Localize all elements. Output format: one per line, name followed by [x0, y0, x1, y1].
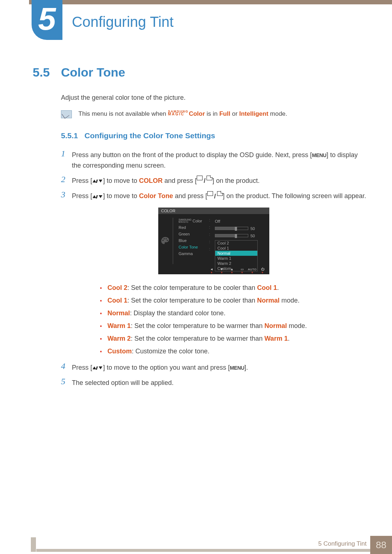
step-text: Press [] to move to Color Tone and press… — [72, 190, 366, 202]
step-text: Press [] to move to COLOR and press [/] … — [72, 175, 260, 186]
chapter-title: Configuring Tint — [72, 14, 173, 30]
osd-label-red: Red — [179, 224, 209, 231]
svg-rect-7 — [96, 366, 98, 370]
osd-value-red: 50 — [215, 225, 266, 232]
bullet-icon — [100, 287, 102, 289]
bullet-icon — [100, 325, 102, 327]
osd-title: COLOR — [158, 208, 269, 214]
list-item: Normal: Display the standard color tone. — [100, 307, 367, 320]
section-number: 5.5 — [33, 65, 61, 79]
source-button-icon: / — [207, 191, 223, 202]
osd-up-icon: ▲▼ — [229, 268, 235, 274]
osd-values: Off 50 50 Cool 2 Cool 1 Normal Warm 1 Wa… — [215, 214, 269, 268]
osd-label-blue: Blue — [179, 237, 209, 244]
step-text: Press any button on the front of the pro… — [72, 149, 367, 171]
dropdown-option: Cool 2 — [215, 241, 257, 246]
header-bar — [29, 0, 392, 4]
bullet-icon — [100, 300, 102, 301]
footer-bar — [36, 549, 392, 552]
step-3: 3 Press [] to move to Color Tone and pre… — [61, 190, 367, 202]
note-row: This menu is not available when SAMSUNGM… — [61, 110, 367, 118]
step-5: 5 The selected option will be applied. — [61, 377, 367, 388]
step-number: 2 — [61, 175, 72, 184]
menu-button-label: MENU — [312, 152, 326, 158]
option-ref: Normal — [257, 297, 279, 304]
list-item: Warm 2: Set the color temperature to be … — [100, 332, 367, 345]
samsung-magic-label: SAMSUNGMAGIC — [168, 110, 189, 116]
osd-down-icon: ▼▼ — [219, 268, 225, 274]
section-intro: Adjust the general color tone of the pic… — [61, 94, 367, 102]
footer-tick — [31, 537, 36, 552]
note-mid: is in — [205, 110, 220, 117]
step-text: Press [] to move to the option you want … — [72, 361, 248, 373]
bullet-icon — [100, 338, 102, 340]
option-name: Warm 2 — [107, 335, 131, 342]
chapter-tab: 5 — [32, 0, 62, 40]
osd-divider — [172, 214, 179, 268]
step-number: 4 — [61, 361, 72, 371]
svg-rect-4 — [96, 195, 98, 198]
svg-marker-2 — [99, 180, 102, 182]
section-heading: 5.5 Color Tone — [33, 65, 367, 79]
step-2: 2 Press [] to move to COLOR and press [/… — [61, 175, 367, 186]
osd-label-magic-color: SAMSUNGMAGIC Color — [179, 218, 209, 224]
subsection-number: 5.5.1 — [61, 131, 78, 140]
note-mode1: Full — [219, 110, 230, 117]
section-title: Color Tone — [61, 65, 125, 79]
source-button-icon: / — [197, 176, 212, 186]
step-keyword: COLOR — [139, 177, 163, 184]
osd-labels: SAMSUNGMAGIC Color Red Green Blue Color … — [179, 214, 209, 268]
subsection-title: Configuring the Color Tone Settings — [85, 131, 215, 140]
osd-label-color-tone: Color Tone — [179, 244, 209, 250]
step-4: 4 Press [] to move to the option you wan… — [61, 361, 367, 373]
note-suffix: mode. — [268, 110, 287, 117]
osd-colons: ::::: — [209, 214, 215, 268]
list-item: Custom: Customize the color tone. — [100, 345, 367, 358]
list-item: Cool 1: Set the color temperature to be … — [100, 294, 367, 307]
svg-marker-0 — [93, 180, 96, 182]
svg-rect-1 — [96, 180, 98, 183]
bullet-icon — [100, 313, 102, 314]
up-down-arrows-icon — [92, 179, 103, 183]
option-ref: Normal — [265, 322, 287, 329]
svg-marker-3 — [93, 195, 96, 198]
note-color-word: Color — [189, 110, 205, 117]
page-content: 5.5 Color Tone Adjust the general color … — [33, 65, 367, 392]
osd-label-green: Green — [179, 231, 209, 237]
option-name: Cool 2 — [107, 284, 127, 291]
list-item: Warm 1: Set the color temperature to be … — [100, 320, 367, 332]
svg-marker-8 — [99, 366, 102, 369]
magic-bot: MAGIC — [168, 112, 185, 116]
option-ref: Cool 1 — [257, 284, 277, 291]
note-mid2: or — [230, 110, 239, 117]
option-ref: Warm 1 — [265, 335, 288, 342]
page-number: 88 — [370, 536, 392, 554]
option-name: Warm 1 — [107, 322, 131, 329]
dropdown-option: Warm 1 — [215, 256, 257, 261]
osd-value-magic: Off — [215, 218, 266, 225]
list-item: Cool 2: Set the color temperature to be … — [100, 282, 367, 294]
osd-screenshot: COLOR SAMSUNGMAGIC Color Red Green Blue … — [158, 208, 269, 274]
dropdown-option-selected: Normal — [215, 251, 257, 256]
osd-palette-icon — [158, 214, 172, 268]
osd-left-icon: ◄▼ — [208, 268, 215, 274]
dropdown-option: Warm 2 — [215, 261, 257, 266]
slider-icon — [215, 234, 248, 237]
step-1: 1 Press any button on the front of the p… — [61, 149, 367, 171]
note-icon — [61, 110, 72, 118]
option-name: Normal — [107, 309, 130, 317]
option-name: Custom — [107, 348, 132, 355]
step-keyword: Color Tone — [139, 192, 173, 200]
osd-dropdown: Cool 2 Cool 1 Normal Warm 1 Warm 2 Custo… — [215, 240, 258, 271]
dropdown-option: Cool 1 — [215, 246, 257, 251]
osd-auto-label: AUTO▼ — [249, 268, 256, 274]
osd-body: SAMSUNGMAGIC Color Red Green Blue Color … — [158, 214, 269, 268]
step-number: 3 — [61, 190, 72, 200]
osd-label-gamma: Gamma — [179, 250, 209, 257]
up-down-arrows-icon — [92, 194, 103, 199]
note-text: This menu is not available when SAMSUNGM… — [78, 110, 287, 118]
step-text: The selected option will be applied. — [72, 377, 173, 388]
svg-marker-6 — [93, 366, 96, 369]
step-number: 5 — [61, 377, 72, 386]
chapter-number: 5 — [38, 3, 56, 35]
